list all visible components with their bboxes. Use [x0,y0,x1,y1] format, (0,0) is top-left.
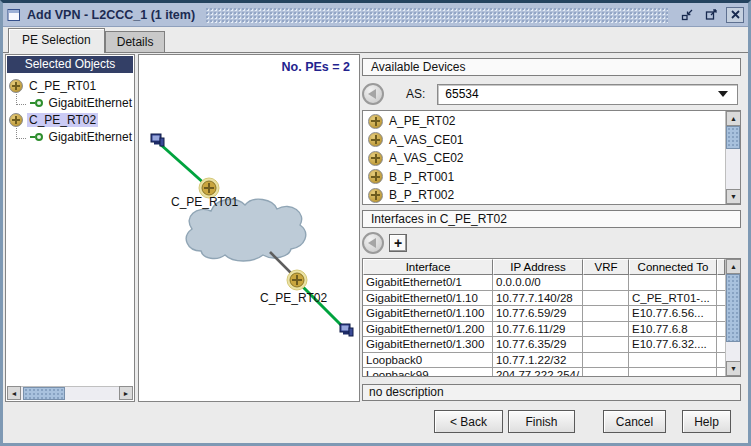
cell-ip: 10.77.6.11/29 [493,322,583,338]
tab-pe-selection[interactable]: PE Selection [8,28,105,53]
help-button[interactable]: Help [682,410,731,433]
finish-button[interactable]: Finish [508,410,575,433]
tab-details[interactable]: Details [105,31,166,52]
table-row[interactable]: Loopback99 204.77.222.254/ [363,368,725,376]
as-label: AS: [406,87,425,101]
cell-ip: 10.77.7.140/28 [493,291,583,307]
column-header-vrf[interactable]: VRF [583,259,629,275]
cell-connected: E10.77.6.56... [629,306,717,322]
scrollbar-thumb[interactable] [23,387,65,400]
table-row[interactable]: GigabitEthernet0/1.10 10.77.7.140/28 C_P… [363,291,725,307]
add-vpn-dialog: Add VPN - L2CCC_1 (1 item) PE Selection … [0,0,751,446]
table-scrollbar[interactable] [725,259,740,376]
cell-ip: 0.0.0.0/0 [493,275,583,291]
table-header-row: Interface IP Address VRF Connected To [363,259,725,275]
add-interface-button[interactable] [389,234,407,252]
table-row[interactable]: GigabitEthernet0/1.200 10.77.6.11/29 E10… [363,322,725,338]
tree-item-interface-1[interactable]: GigabitEthernet [6,94,134,111]
cell-ip: 10.77.6.59/29 [493,306,583,322]
table-row[interactable]: GigabitEthernet0/1 0.0.0.0/0 [363,275,725,291]
cell-interface: Loopback99 [363,368,493,376]
minimize-icon [681,8,694,21]
scrollbar-thumb[interactable] [726,126,740,149]
back-arrow-icon [368,238,376,248]
as-combobox[interactable]: 65534 [437,84,738,105]
device-item[interactable]: B_P_RT001 [364,168,724,187]
column-header-connected-to[interactable]: Connected To [629,259,717,275]
pe-count-label: No. PEs = 2 [282,60,350,74]
scroll-up-button[interactable] [726,111,741,126]
cell-connected [629,353,717,369]
tree-connector [16,94,26,105]
table-row[interactable]: GigabitEthernet0/1.100 10.77.6.59/29 E10… [363,306,725,322]
tree-connector [16,128,26,139]
available-devices-list: A_PE_RT02 A_VAS_CE01 A_VAS_CE02 B_P_RT00… [362,110,741,205]
maximize-icon [705,8,718,21]
device-item[interactable]: A_VAS_CE02 [364,149,724,168]
column-header-ip-address[interactable]: IP Address [493,259,583,275]
back-arrow-button[interactable] [362,232,384,254]
node-label-c-pe-rt01: C_PE_RT01 [171,195,238,209]
router-icon [368,132,383,147]
tree-item-interface-2[interactable]: GigabitEthernet [6,128,134,145]
tree-horizontal-scrollbar[interactable] [7,386,133,400]
table-body: GigabitEthernet0/1 0.0.0.0/0 GigabitEthe… [363,275,725,376]
cell-interface: GigabitEthernet0/1 [363,275,493,291]
device-list-scrollbar[interactable] [725,111,740,204]
cell-filler [717,353,725,369]
device-item[interactable]: A_PE_RT02 [364,112,724,131]
cell-interface: GigabitEthernet0/1.300 [363,337,493,353]
router-icon [368,114,383,129]
node-c-pe-rt02[interactable] [287,270,307,290]
window-title: Add VPN - L2CCC_1 (1 item) [27,8,195,22]
cell-ip: 204.77.222.254/ [493,368,583,376]
tree-item-label: GigabitEthernet [47,130,134,144]
tree-item-c-pe-rt01[interactable]: C_PE_RT01 [6,77,134,94]
scrollbar-track[interactable] [726,126,740,189]
cell-interface: GigabitEthernet0/1.200 [363,322,493,338]
scroll-right-button[interactable] [119,386,133,400]
as-combobox-value: 65534 [445,87,478,101]
tree-item-c-pe-rt02[interactable]: C_PE_RT02 [6,111,134,128]
back-arrow-button[interactable] [362,83,384,105]
scrollbar-track[interactable] [21,386,119,400]
cell-connected [629,275,717,291]
table-row[interactable]: Loopback0 10.77.1.22/32 [363,353,725,369]
device-label: A_VAS_CE02 [389,151,464,165]
cell-filler [717,306,725,322]
device-label: A_PE_RT02 [389,114,456,128]
maximize-button[interactable] [702,7,720,23]
scroll-up-button[interactable] [726,259,741,274]
cell-vrf [583,306,629,322]
back-arrow-icon [368,89,376,99]
cell-interface: GigabitEthernet0/1.100 [363,306,493,322]
node-ce-device-2[interactable] [340,324,353,336]
node-ce-device-1[interactable] [151,134,164,146]
cell-connected [629,368,717,376]
scrollbar-thumb[interactable] [726,274,740,342]
interface-icon [30,133,43,141]
scroll-left-button[interactable] [7,386,21,400]
table-row[interactable]: GigabitEthernet0/1.300 10.77.6.35/29 E10… [363,337,725,353]
tree-item-label: C_PE_RT01 [27,79,98,93]
device-item[interactable]: B_PE_RT01 [364,205,724,206]
scroll-down-button[interactable] [726,361,741,376]
device-item[interactable]: A_VAS_CE01 [364,131,724,150]
description-status: no description [362,384,741,401]
cell-connected: E10.77.6.32.... [629,337,717,353]
minimize-button[interactable] [678,7,696,23]
scrollbar-track[interactable] [726,274,740,361]
cell-filler [717,337,725,353]
titlebar[interactable]: Add VPN - L2CCC_1 (1 item) [3,3,748,27]
column-header-interface[interactable]: Interface [363,259,493,275]
topology-canvas [139,55,359,401]
window-icon [7,8,21,22]
close-button[interactable] [726,7,744,23]
selected-objects-header: Selected Objects [7,56,133,73]
device-item[interactable]: B_P_RT002 [364,186,724,205]
scroll-down-button[interactable] [726,189,741,204]
cancel-button[interactable]: Cancel [603,410,666,433]
device-label: A_VAS_CE01 [389,133,464,147]
router-icon [9,113,23,127]
back-button[interactable]: < Back [434,410,503,433]
